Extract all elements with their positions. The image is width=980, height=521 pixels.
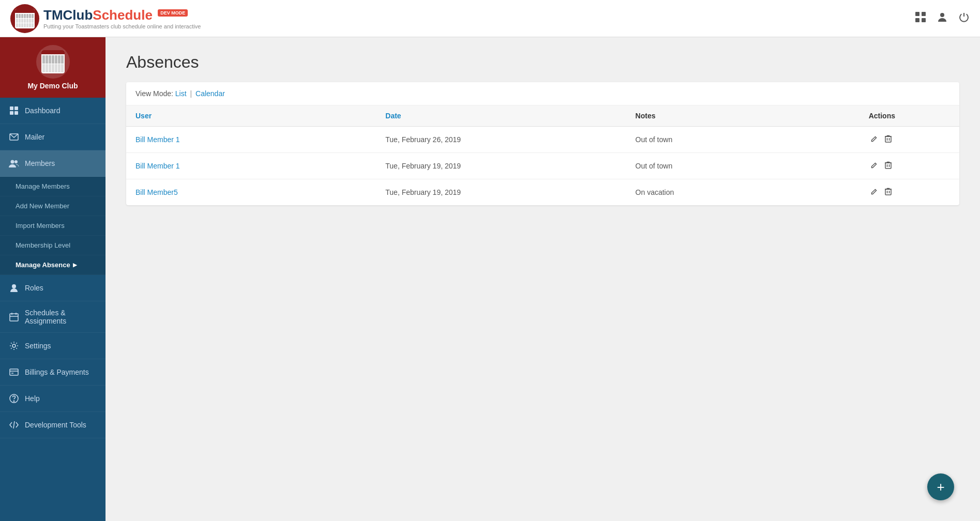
main-content: Absences View Mode: List | Calendar User… (105, 37, 980, 521)
sidebar-item-add-new-member[interactable]: Add New Member (0, 196, 105, 216)
schedules-label: Schedules & Assignments (25, 309, 97, 325)
svg-point-22 (13, 401, 14, 402)
svg-point-4 (940, 13, 944, 17)
svg-rect-3 (922, 18, 926, 22)
svg-rect-0 (915, 12, 919, 16)
user-cell: Bill Member 1 (126, 153, 376, 179)
user-icon[interactable] (937, 11, 948, 25)
col-date[interactable]: Date (376, 105, 626, 127)
dev-mode-badge: DEV MODE (158, 9, 188, 17)
actions-cell (860, 153, 959, 179)
table-row: Bill Member 1 Tue, February 19, 2019 Out… (126, 153, 959, 179)
add-new-member-label: Add New Member (16, 202, 69, 210)
view-calendar-link[interactable]: Calendar (195, 89, 225, 98)
manage-absence-arrow: ▶ (73, 262, 77, 268)
settings-icon (8, 340, 20, 351)
svg-line-23 (13, 421, 14, 428)
actions-cell (860, 179, 959, 206)
user-link[interactable]: Bill Member5 (135, 188, 178, 196)
import-members-label: Import Members (16, 222, 65, 229)
table-row: Bill Member 1 Tue, February 26, 2019 Out… (126, 127, 959, 153)
absences-table: User Date Notes Actions Bill Member 1 Tu… (126, 105, 959, 205)
svg-rect-32 (885, 189, 891, 195)
sidebar-item-billings[interactable]: Billings & Payments (0, 359, 105, 386)
svg-point-10 (11, 160, 14, 164)
notes-cell: Out of town (626, 153, 860, 179)
manage-absence-label: Manage Absence (16, 261, 70, 269)
notes-cell: Out of town (626, 127, 860, 153)
manage-members-label: Manage Members (16, 182, 70, 190)
delete-icon[interactable] (883, 160, 893, 172)
schedules-icon (8, 311, 20, 323)
user-cell: Bill Member5 (126, 179, 376, 206)
svg-rect-2 (915, 18, 919, 22)
mailer-label: Mailer (25, 133, 97, 141)
sidebar-item-dev-tools[interactable]: Development Tools (0, 412, 105, 438)
logo-subtitle: Putting your Toastmasters club schedule … (43, 23, 201, 29)
svg-rect-7 (10, 111, 13, 115)
header-actions (915, 11, 970, 25)
col-notes: Notes (626, 105, 860, 127)
table-row: Bill Member5 Tue, February 19, 2019 On v… (126, 179, 959, 206)
billings-label: Billings & Payments (25, 368, 97, 376)
sidebar-item-manage-members[interactable]: Manage Members (0, 177, 105, 196)
help-icon (8, 393, 20, 404)
membership-level-label: Membership Level (16, 241, 70, 249)
grid-icon[interactable] (915, 11, 926, 25)
delete-icon[interactable] (883, 133, 893, 146)
svg-rect-18 (10, 369, 18, 375)
user-cell: Bill Member 1 (126, 127, 376, 153)
edit-icon[interactable] (869, 160, 879, 172)
sidebar-item-dashboard[interactable]: Dashboard (0, 98, 105, 124)
sidebar-item-import-members[interactable]: Import Members (0, 216, 105, 236)
sidebar-item-mailer[interactable]: Mailer (0, 124, 105, 150)
svg-rect-24 (885, 136, 891, 142)
svg-rect-13 (10, 314, 18, 321)
logo-area: TMClubSchedule DEV MODE Putting your Toa… (10, 4, 201, 33)
settings-label: Settings (25, 342, 97, 350)
svg-point-11 (14, 160, 18, 163)
svg-rect-28 (885, 163, 891, 168)
sidebar-item-settings[interactable]: Settings (0, 333, 105, 359)
power-icon[interactable] (958, 11, 970, 25)
user-link[interactable]: Bill Member 1 (135, 135, 180, 144)
edit-icon[interactable] (869, 134, 879, 146)
top-header: TMClubSchedule DEV MODE Putting your Toa… (0, 0, 980, 37)
sidebar-club-header: My Demo Club (0, 37, 105, 98)
svg-point-12 (12, 284, 16, 288)
actions-cell (860, 127, 959, 153)
billings-icon (8, 366, 20, 378)
col-user[interactable]: User (126, 105, 376, 127)
members-label: Members (25, 159, 97, 167)
roles-label: Roles (25, 284, 97, 292)
sidebar-item-roles[interactable]: Roles (0, 275, 105, 301)
notes-cell: On vacation (626, 179, 860, 206)
sidebar-item-manage-absence[interactable]: Manage Absence ▶ (0, 255, 105, 275)
delete-icon[interactable] (883, 186, 893, 198)
svg-rect-1 (922, 12, 926, 16)
sidebar-item-schedules[interactable]: Schedules & Assignments (0, 301, 105, 333)
svg-rect-6 (14, 106, 18, 110)
roles-icon (8, 282, 20, 294)
sidebar-item-members[interactable]: Members (0, 150, 105, 177)
view-mode-bar: View Mode: List | Calendar (126, 82, 959, 105)
svg-rect-8 (14, 111, 18, 115)
add-absence-fab[interactable]: + (927, 473, 954, 500)
help-label: Help (25, 394, 97, 403)
sidebar-club-name: My Demo Club (5, 82, 100, 90)
dev-tools-label: Development Tools (25, 421, 97, 429)
edit-icon[interactable] (869, 187, 879, 198)
dashboard-icon (8, 105, 20, 116)
sidebar: My Demo Club Dashboard Maile (0, 37, 105, 521)
date-cell: Tue, February 26, 2019 (376, 127, 626, 153)
sidebar-nav: Dashboard Mailer Members (0, 98, 105, 521)
date-cell: Tue, February 19, 2019 (376, 179, 626, 206)
view-mode-label: View Mode: (135, 89, 173, 98)
absences-card: View Mode: List | Calendar User Date Not… (126, 82, 959, 205)
user-link[interactable]: Bill Member 1 (135, 162, 180, 170)
sidebar-item-help[interactable]: Help (0, 386, 105, 412)
view-mode-sep: | (190, 89, 192, 98)
view-list-link[interactable]: List (175, 89, 187, 98)
sidebar-item-membership-level[interactable]: Membership Level (0, 236, 105, 255)
mailer-icon (8, 131, 20, 143)
